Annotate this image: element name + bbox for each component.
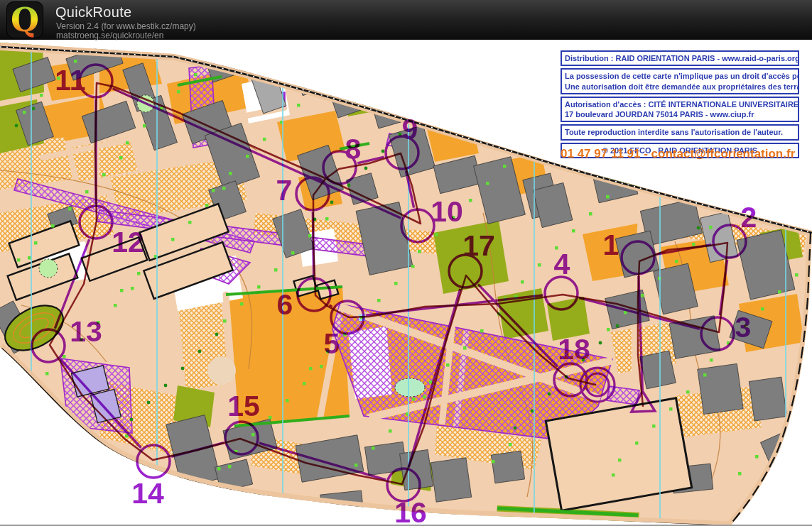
app-version: Version 2.4 (for www.bestik.cz/mapy) [56, 21, 196, 31]
svg-text:12: 12 [112, 226, 144, 258]
svg-text:14: 14 [131, 477, 164, 510]
svg-text:10: 10 [431, 195, 463, 228]
svg-text:6: 6 [277, 288, 293, 321]
svg-text:8: 8 [345, 133, 362, 165]
legal-row-possession: La possession de cette carte n'implique … [561, 68, 799, 94]
svg-text:5: 5 [324, 327, 340, 360]
legal-row-reproduction: Toute reproduction interdite sans l'auto… [561, 124, 799, 140]
svg-text:Q: Q [11, 2, 39, 38]
contact-line: 01 47 97 11 91 - contact@ffcorientation.… [561, 147, 802, 161]
app-title: QuickRoute [55, 4, 132, 21]
svg-text:17: 17 [462, 229, 495, 262]
title-bar: Q QuickRoute Version 2.4 (for www.bestik… [0, 0, 812, 40]
svg-text:4: 4 [554, 248, 570, 280]
svg-text:15: 15 [227, 390, 260, 422]
svg-text:13: 13 [70, 315, 102, 348]
svg-text:7: 7 [276, 174, 293, 207]
svg-text:16: 16 [394, 496, 427, 526]
legal-row-autorisation: Autorisation d'accès : CITÉ INTERNATIONA… [561, 97, 799, 123]
quickroute-logo: Q [7, 2, 43, 38]
quickroute-window: 123456789101112131415161718 Q QuickRoute… [0, 0, 812, 526]
svg-text:3: 3 [735, 311, 752, 344]
svg-text:2: 2 [741, 201, 757, 234]
legal-row-distribution: Distribution : RAID ORIENTATION PARIS - … [561, 50, 799, 66]
svg-text:1: 1 [603, 229, 619, 261]
svg-text:9: 9 [402, 113, 418, 146]
app-url: matstroeng.se/quickroute/en [56, 31, 163, 40]
svg-text:11: 11 [55, 64, 85, 97]
svg-text:18: 18 [558, 333, 590, 366]
map-legal-box: Distribution : RAID ORIENTATION PARIS - … [561, 50, 799, 158]
